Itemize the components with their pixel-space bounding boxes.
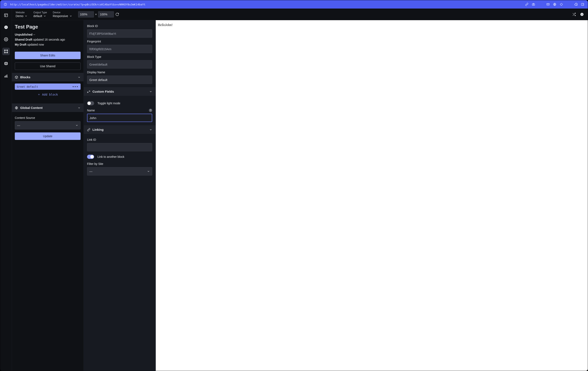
linking-header[interactable]: Linking [84,125,156,134]
block-id-field: fTdjT3fP5XW9baYt [87,29,152,38]
link-another-label: Link to another block [97,155,124,159]
more-icon[interactable]: ••• [73,85,78,88]
rail-gear-icon[interactable] [2,36,10,43]
address-bar[interactable]: http://localhost/pagebuilder/editor/cura… [10,3,522,6]
fingerprint-label: Fingerprint [87,40,152,43]
use-shared-button[interactable]: Use Shared [15,63,81,70]
refresh-icon[interactable] [115,12,119,16]
name-label: Name [87,109,95,112]
link-another-toggle[interactable] [87,155,94,159]
name-input[interactable] [87,114,152,122]
help-icon[interactable]: ? [580,12,584,16]
svg-rect-28 [6,75,6,77]
topbar-website-label: Website [16,11,28,14]
svg-text:?: ? [581,13,583,15]
block-type-field: Greet/default [87,60,152,68]
tools-icon [87,90,90,93]
rail-bbox-icon[interactable] [2,48,10,55]
topbar-output-label: Output Type [33,11,47,14]
add-block-button[interactable]: ＋ Add block [15,90,81,100]
filter-site-select[interactable]: --- [87,167,152,176]
svg-point-20 [5,39,6,40]
target-icon[interactable] [559,2,563,6]
rail-layout-icon[interactable] [2,11,10,19]
box-icon [15,75,18,79]
fingerprint-field: f0f00gtfd319Am [87,45,152,53]
link-icon[interactable] [525,2,529,6]
times-icon: × [95,13,97,16]
chevron-down-icon [149,90,152,93]
svg-rect-25 [7,52,8,53]
toggle-light-mode[interactable] [87,101,94,105]
status-shared-draft: Shared Draft [15,38,32,41]
svg-point-2 [5,4,6,4]
svg-line-33 [573,13,574,14]
shuffle-icon[interactable] [572,12,576,16]
svg-rect-29 [7,74,7,77]
svg-rect-23 [7,50,8,51]
svg-rect-12 [581,3,584,6]
plus-icon: ＋ [37,93,40,96]
preview-pane: HelloJohn! [156,20,588,371]
chevron-down-icon [147,170,150,173]
topbar-device-label: Device [53,11,72,14]
puzzle-icon[interactable] [574,2,578,6]
filter-site-label: Filter by Site [87,162,152,166]
svg-rect-18 [6,27,6,28]
zoom-height-input[interactable] [98,11,114,18]
svg-rect-30 [4,77,8,77]
globe-icon[interactable] [553,2,556,6]
preview-text: HelloJohn! [158,23,173,27]
panel-icon[interactable] [581,2,585,6]
rail-globe-icon[interactable] [2,60,10,67]
toggle-light-label: Toggle light mode [97,102,120,105]
block-id-label: Block ID [87,24,152,28]
content-source-label: Content Source [15,116,81,119]
block-item[interactable]: Greet default ••• [15,84,81,90]
display-name-label: Display Name [87,71,152,74]
svg-rect-14 [4,14,8,17]
topbar-output-select[interactable]: default [33,14,47,18]
svg-point-19 [6,26,6,27]
link-id-label: Link ID [87,138,152,141]
custom-fields-header[interactable]: Custom Fields [84,87,156,96]
share-edits-button[interactable]: Share Edits [15,52,81,59]
svg-rect-27 [5,76,5,77]
update-button[interactable]: Update [15,132,81,140]
status-my-draft: My Draft [15,43,26,46]
svg-rect-24 [4,52,5,53]
block-type-label: Block Type [87,55,152,59]
page-title: Test Page [15,24,81,30]
status-unpublished: Unpublished [15,33,32,36]
info-icon[interactable] [3,2,7,6]
svg-point-4 [533,4,534,5]
blocks-section-header[interactable]: Blocks [12,73,84,81]
zoom-width-input[interactable] [78,11,94,18]
chevron-down-icon [78,106,81,109]
help-icon[interactable]: ? [149,109,152,112]
chevron-down-icon [75,124,78,127]
chevron-down-icon [149,128,152,131]
display-name-input[interactable] [87,75,152,84]
svg-point-7 [560,3,562,5]
global-content-header[interactable]: Global Content [12,104,84,112]
chevron-down-icon [78,76,81,79]
topbar-website-select[interactable]: Demo [16,14,28,18]
content-source-select[interactable]: --- [15,121,81,129]
rail-info-icon[interactable] [2,23,10,31]
link-id-input[interactable] [87,143,152,151]
rail-stats-icon[interactable] [2,72,10,79]
svg-rect-3 [532,4,535,6]
topbar-device-select[interactable]: Responsive [53,14,72,18]
globe-icon [15,106,18,109]
link-icon [87,128,90,131]
mail-icon[interactable] [546,2,550,6]
camera-icon[interactable] [532,2,535,6]
svg-rect-22 [4,50,5,51]
